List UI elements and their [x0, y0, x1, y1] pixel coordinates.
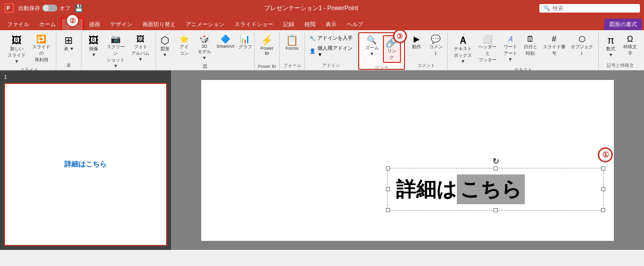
text-content: 詳細は こちら	[390, 170, 601, 208]
ribbon-group-addin: 🔧 アドインを入手 👤 個人用アドイン ▼ アドイン	[305, 32, 358, 70]
tab-help[interactable]: ヘルプ	[342, 19, 368, 30]
btn-reuse-slide[interactable]: 🔁 スライドの再利用	[30, 34, 53, 64]
equation-icon: π	[607, 35, 614, 45]
new-slide-icon: 🖼	[12, 35, 22, 45]
window-title: プレゼンテーション1 - PowerPoint	[87, 4, 535, 13]
icons-icon: ⭐	[179, 35, 189, 43]
btn-photo-album[interactable]: 🖼 フォトアルバム ▼	[129, 34, 152, 63]
title-bar: P 自動保存 オフ 💾 プレゼンテーション1 - PowerPoint 🔍	[0, 0, 644, 16]
tab-design[interactable]: デザイン	[105, 19, 137, 30]
btn-new-slide[interactable]: 🖼 新しいスライド▼	[5, 34, 29, 65]
step-2-circle: ②	[65, 14, 79, 28]
slide-thumbnail[interactable]: 詳細はこちら	[4, 83, 167, 246]
step-3-circle: ③	[393, 29, 407, 43]
handle-bottom-right[interactable]	[601, 208, 605, 212]
btn-object[interactable]: ⬡ オブジェクト	[569, 34, 595, 58]
btn-datetime[interactable]: 🗓 日付と時刻	[521, 34, 539, 58]
ribbon-group-forms: 📋 Forms フォーム	[280, 32, 305, 70]
btn-table[interactable]: ⊞ 表 ▼	[60, 34, 78, 53]
handle-bottom-left[interactable]	[386, 208, 390, 212]
btn-smartart[interactable]: 🔷 SmartArt	[216, 34, 235, 50]
ribbon-group-table: ⊞ 表 ▼ 表	[56, 32, 82, 70]
search-icon: 🔍	[543, 5, 550, 12]
btn-screenshot[interactable]: 📷 スクリーンショット ▼	[104, 34, 127, 69]
ribbon-group-comment: ▶ 動作 💬 コメント コメント	[405, 32, 448, 70]
text-box-container[interactable]: ↻ 詳細は こちら	[387, 156, 604, 211]
tab-view[interactable]: 表示	[320, 19, 342, 30]
tab-transition[interactable]: 画面切り替え	[137, 19, 181, 30]
canvas-area[interactable]: ↻ 詳細は こちら	[171, 70, 644, 250]
ribbon-group-symbol: π 数式 ▼ Ω 特殊文字 記号と特殊文	[599, 32, 642, 70]
ribbon-group-link: 🔍 ズーム ▼ 🔗 リンク ③ リンク	[358, 32, 405, 70]
save-icon[interactable]: 💾	[74, 4, 83, 12]
tab-review[interactable]: 校閲	[299, 19, 320, 30]
tab-shapeformat[interactable]: 図形の書式	[604, 19, 642, 30]
handle-top-right[interactable]	[601, 166, 605, 170]
handle-middle-left[interactable]	[386, 187, 390, 191]
rotate-handle[interactable]: ↻	[387, 156, 604, 166]
object-icon: ⬡	[579, 35, 586, 43]
btn-action[interactable]: ▶ 動作	[408, 34, 426, 51]
tab-draw[interactable]: 描画	[84, 19, 105, 30]
group-label-table: 表	[66, 62, 71, 70]
wordart-icon: Ａ	[506, 35, 514, 43]
btn-get-addin[interactable]: 🔧 アドインを入手	[308, 34, 355, 42]
ribbon: 🖼 新しいスライド▼ 🔁 スライドの再利用 スライド ⊞ 表 ▼ 表 🖼 画像 …	[0, 30, 644, 70]
svg-text:P: P	[7, 6, 10, 11]
btn-wordart[interactable]: Ａ ワードアート ▼	[500, 34, 520, 63]
tab-slideshow[interactable]: スライドショー	[229, 19, 278, 30]
main-area: 1 詳細はこちら ↻	[0, 70, 644, 250]
btn-textbox[interactable]: Ａ テキストボックス ▼	[451, 34, 475, 65]
btn-3d-model[interactable]: 🎲 3Dモデル ▼	[194, 34, 215, 61]
btn-link[interactable]: 🔗 リンク ③	[383, 35, 401, 63]
rotate-icon: ↻	[493, 157, 499, 165]
btn-icons[interactable]: ⭐ アイコン	[175, 34, 193, 58]
btn-shapes[interactable]: ⬡ 図形 ▼	[156, 34, 174, 58]
text-highlighted: こちら	[457, 174, 525, 204]
autosave-toggle[interactable]	[42, 5, 57, 12]
handle-top-middle[interactable]	[494, 166, 498, 170]
search-box[interactable]: 🔍	[539, 4, 640, 13]
tab-home[interactable]: ホーム	[34, 19, 61, 30]
tab-record[interactable]: 記録	[278, 19, 299, 30]
btn-image[interactable]: 🖼 画像 ▼	[85, 34, 103, 58]
handle-middle-right[interactable]	[601, 187, 605, 191]
btn-comment[interactable]: 💬 コメント	[427, 34, 445, 58]
selection-box: 詳細は こちら	[387, 168, 604, 211]
btn-personal-addin[interactable]: 👤 個人用アドイン ▼	[308, 44, 355, 58]
group-label-forms: フォーム	[283, 62, 301, 70]
tab-animation[interactable]: アニメーション	[181, 19, 229, 30]
btn-equation[interactable]: π 数式 ▼	[602, 34, 620, 58]
text-normal: 詳細は	[396, 175, 457, 203]
ribbon-group-powerbi: ⚡ PowerBI Power BI	[255, 32, 280, 70]
ribbon-group-text: Ａ テキストボックス ▼ ⬜ ヘッダーとフッター Ａ ワードアート ▼ 🗓 日付…	[448, 32, 599, 70]
group-label-powerbi: Power BI	[258, 64, 276, 70]
group-label-addin: アドイン	[322, 62, 340, 70]
smartart-icon: 🔷	[220, 35, 230, 43]
btn-symbol[interactable]: Ω 特殊文字	[621, 34, 639, 58]
app-icon: P	[4, 3, 14, 13]
autosave-state: オフ	[59, 5, 70, 12]
search-input[interactable]	[552, 5, 633, 11]
btn-zoom[interactable]: 🔍 ズーム ▼	[362, 35, 382, 57]
btn-chart[interactable]: 📊 グラフ	[236, 34, 254, 51]
btn-header-footer[interactable]: ⬜ ヘッダーとフッター	[476, 34, 499, 64]
zoom-icon: 🔍	[367, 36, 377, 44]
handle-bottom-middle[interactable]	[494, 208, 498, 212]
chart-icon: 📊	[240, 35, 250, 43]
textbox-icon: Ａ	[458, 35, 468, 45]
slide-number: 1	[4, 74, 167, 80]
comment-icon: 💬	[431, 35, 441, 43]
step-1-circle: ①	[598, 147, 613, 162]
tab-insert[interactable]: 挿入 ②	[61, 18, 84, 30]
personal-addin-icon: 👤	[309, 48, 315, 54]
header-footer-icon: ⬜	[482, 35, 493, 43]
handle-top-left[interactable]	[386, 166, 390, 170]
tab-file[interactable]: ファイル	[2, 19, 34, 30]
symbol-icon: Ω	[627, 35, 633, 43]
btn-slide-number[interactable]: # スライド番号	[540, 34, 567, 58]
btn-powerbi[interactable]: ⚡ PowerBI	[258, 34, 276, 57]
btn-forms[interactable]: 📋 Forms	[283, 34, 301, 52]
photo-album-icon: 🖼	[136, 35, 144, 43]
shapes-icon: ⬡	[160, 35, 169, 45]
